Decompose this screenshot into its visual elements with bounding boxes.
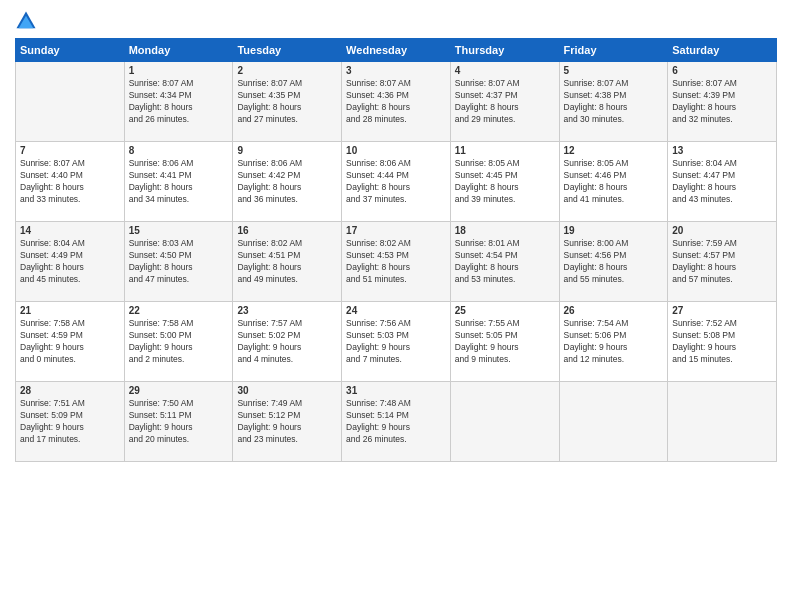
- day-cell: 13Sunrise: 8:04 AM Sunset: 4:47 PM Dayli…: [668, 142, 777, 222]
- day-cell: 1Sunrise: 8:07 AM Sunset: 4:34 PM Daylig…: [124, 62, 233, 142]
- day-number: 16: [237, 225, 337, 236]
- day-number: 8: [129, 145, 229, 156]
- day-info: Sunrise: 8:07 AM Sunset: 4:36 PM Dayligh…: [346, 78, 446, 126]
- day-number: 7: [20, 145, 120, 156]
- day-cell: 2Sunrise: 8:07 AM Sunset: 4:35 PM Daylig…: [233, 62, 342, 142]
- day-info: Sunrise: 7:58 AM Sunset: 5:00 PM Dayligh…: [129, 318, 229, 366]
- week-row-2: 7Sunrise: 8:07 AM Sunset: 4:40 PM Daylig…: [16, 142, 777, 222]
- day-cell: 17Sunrise: 8:02 AM Sunset: 4:53 PM Dayli…: [342, 222, 451, 302]
- day-info: Sunrise: 7:55 AM Sunset: 5:05 PM Dayligh…: [455, 318, 555, 366]
- day-number: 28: [20, 385, 120, 396]
- day-number: 31: [346, 385, 446, 396]
- day-number: 21: [20, 305, 120, 316]
- day-info: Sunrise: 7:51 AM Sunset: 5:09 PM Dayligh…: [20, 398, 120, 446]
- header: [15, 10, 777, 32]
- day-info: Sunrise: 8:06 AM Sunset: 4:41 PM Dayligh…: [129, 158, 229, 206]
- day-info: Sunrise: 8:06 AM Sunset: 4:42 PM Dayligh…: [237, 158, 337, 206]
- day-info: Sunrise: 8:00 AM Sunset: 4:56 PM Dayligh…: [564, 238, 664, 286]
- day-info: Sunrise: 8:07 AM Sunset: 4:34 PM Dayligh…: [129, 78, 229, 126]
- day-number: 5: [564, 65, 664, 76]
- day-number: 27: [672, 305, 772, 316]
- day-number: 25: [455, 305, 555, 316]
- day-cell: [16, 62, 125, 142]
- day-info: Sunrise: 8:06 AM Sunset: 4:44 PM Dayligh…: [346, 158, 446, 206]
- day-info: Sunrise: 8:02 AM Sunset: 4:51 PM Dayligh…: [237, 238, 337, 286]
- day-number: 9: [237, 145, 337, 156]
- col-header-monday: Monday: [124, 39, 233, 62]
- day-cell: 3Sunrise: 8:07 AM Sunset: 4:36 PM Daylig…: [342, 62, 451, 142]
- day-number: 20: [672, 225, 772, 236]
- day-info: Sunrise: 8:07 AM Sunset: 4:37 PM Dayligh…: [455, 78, 555, 126]
- day-number: 29: [129, 385, 229, 396]
- logo-icon: [15, 10, 37, 32]
- day-number: 1: [129, 65, 229, 76]
- day-number: 30: [237, 385, 337, 396]
- day-number: 10: [346, 145, 446, 156]
- day-info: Sunrise: 8:05 AM Sunset: 4:45 PM Dayligh…: [455, 158, 555, 206]
- day-info: Sunrise: 7:50 AM Sunset: 5:11 PM Dayligh…: [129, 398, 229, 446]
- week-row-4: 21Sunrise: 7:58 AM Sunset: 4:59 PM Dayli…: [16, 302, 777, 382]
- day-info: Sunrise: 7:58 AM Sunset: 4:59 PM Dayligh…: [20, 318, 120, 366]
- day-cell: [668, 382, 777, 462]
- day-cell: 27Sunrise: 7:52 AM Sunset: 5:08 PM Dayli…: [668, 302, 777, 382]
- day-number: 18: [455, 225, 555, 236]
- day-cell: 15Sunrise: 8:03 AM Sunset: 4:50 PM Dayli…: [124, 222, 233, 302]
- day-cell: 29Sunrise: 7:50 AM Sunset: 5:11 PM Dayli…: [124, 382, 233, 462]
- week-row-5: 28Sunrise: 7:51 AM Sunset: 5:09 PM Dayli…: [16, 382, 777, 462]
- day-info: Sunrise: 8:01 AM Sunset: 4:54 PM Dayligh…: [455, 238, 555, 286]
- day-number: 6: [672, 65, 772, 76]
- day-cell: 9Sunrise: 8:06 AM Sunset: 4:42 PM Daylig…: [233, 142, 342, 222]
- day-number: 14: [20, 225, 120, 236]
- day-info: Sunrise: 8:07 AM Sunset: 4:35 PM Dayligh…: [237, 78, 337, 126]
- day-info: Sunrise: 8:04 AM Sunset: 4:49 PM Dayligh…: [20, 238, 120, 286]
- day-cell: 28Sunrise: 7:51 AM Sunset: 5:09 PM Dayli…: [16, 382, 125, 462]
- day-cell: 24Sunrise: 7:56 AM Sunset: 5:03 PM Dayli…: [342, 302, 451, 382]
- day-cell: 19Sunrise: 8:00 AM Sunset: 4:56 PM Dayli…: [559, 222, 668, 302]
- day-cell: 16Sunrise: 8:02 AM Sunset: 4:51 PM Dayli…: [233, 222, 342, 302]
- day-number: 3: [346, 65, 446, 76]
- page-container: SundayMondayTuesdayWednesdayThursdayFrid…: [0, 0, 792, 472]
- day-number: 4: [455, 65, 555, 76]
- day-info: Sunrise: 7:54 AM Sunset: 5:06 PM Dayligh…: [564, 318, 664, 366]
- day-info: Sunrise: 7:56 AM Sunset: 5:03 PM Dayligh…: [346, 318, 446, 366]
- day-number: 26: [564, 305, 664, 316]
- col-header-wednesday: Wednesday: [342, 39, 451, 62]
- day-number: 11: [455, 145, 555, 156]
- day-info: Sunrise: 7:57 AM Sunset: 5:02 PM Dayligh…: [237, 318, 337, 366]
- day-number: 13: [672, 145, 772, 156]
- calendar-table: SundayMondayTuesdayWednesdayThursdayFrid…: [15, 38, 777, 462]
- day-number: 17: [346, 225, 446, 236]
- day-info: Sunrise: 7:48 AM Sunset: 5:14 PM Dayligh…: [346, 398, 446, 446]
- col-header-sunday: Sunday: [16, 39, 125, 62]
- day-info: Sunrise: 8:07 AM Sunset: 4:38 PM Dayligh…: [564, 78, 664, 126]
- day-cell: 31Sunrise: 7:48 AM Sunset: 5:14 PM Dayli…: [342, 382, 451, 462]
- day-number: 12: [564, 145, 664, 156]
- day-cell: [559, 382, 668, 462]
- day-info: Sunrise: 7:59 AM Sunset: 4:57 PM Dayligh…: [672, 238, 772, 286]
- logo: [15, 10, 41, 32]
- day-number: 15: [129, 225, 229, 236]
- day-info: Sunrise: 7:52 AM Sunset: 5:08 PM Dayligh…: [672, 318, 772, 366]
- day-cell: 6Sunrise: 8:07 AM Sunset: 4:39 PM Daylig…: [668, 62, 777, 142]
- day-cell: 18Sunrise: 8:01 AM Sunset: 4:54 PM Dayli…: [450, 222, 559, 302]
- day-cell: [450, 382, 559, 462]
- day-cell: 22Sunrise: 7:58 AM Sunset: 5:00 PM Dayli…: [124, 302, 233, 382]
- day-cell: 21Sunrise: 7:58 AM Sunset: 4:59 PM Dayli…: [16, 302, 125, 382]
- col-header-friday: Friday: [559, 39, 668, 62]
- header-row: SundayMondayTuesdayWednesdayThursdayFrid…: [16, 39, 777, 62]
- col-header-tuesday: Tuesday: [233, 39, 342, 62]
- day-number: 2: [237, 65, 337, 76]
- day-number: 19: [564, 225, 664, 236]
- day-info: Sunrise: 8:07 AM Sunset: 4:39 PM Dayligh…: [672, 78, 772, 126]
- day-cell: 25Sunrise: 7:55 AM Sunset: 5:05 PM Dayli…: [450, 302, 559, 382]
- day-info: Sunrise: 8:05 AM Sunset: 4:46 PM Dayligh…: [564, 158, 664, 206]
- day-number: 23: [237, 305, 337, 316]
- day-number: 24: [346, 305, 446, 316]
- week-row-3: 14Sunrise: 8:04 AM Sunset: 4:49 PM Dayli…: [16, 222, 777, 302]
- day-info: Sunrise: 8:07 AM Sunset: 4:40 PM Dayligh…: [20, 158, 120, 206]
- day-cell: 20Sunrise: 7:59 AM Sunset: 4:57 PM Dayli…: [668, 222, 777, 302]
- week-row-1: 1Sunrise: 8:07 AM Sunset: 4:34 PM Daylig…: [16, 62, 777, 142]
- day-cell: 8Sunrise: 8:06 AM Sunset: 4:41 PM Daylig…: [124, 142, 233, 222]
- col-header-saturday: Saturday: [668, 39, 777, 62]
- day-cell: 30Sunrise: 7:49 AM Sunset: 5:12 PM Dayli…: [233, 382, 342, 462]
